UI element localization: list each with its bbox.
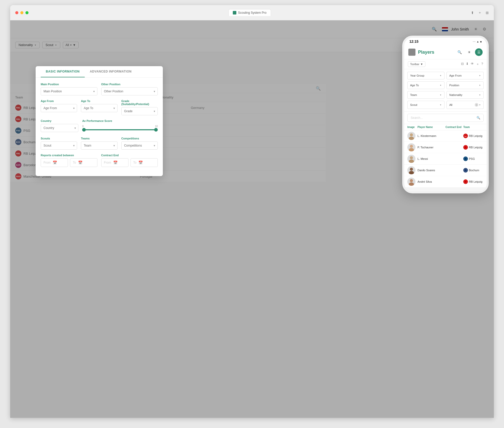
calendar-to-icon: 📅 xyxy=(78,161,82,165)
competitions-select[interactable]: Competitions xyxy=(121,141,158,150)
calendar-contract-from-icon: 📅 xyxy=(113,161,118,165)
other-position-label: Other Position xyxy=(101,83,158,86)
phone-download-icon[interactable]: ⬇ xyxy=(466,62,469,66)
position-label: Position xyxy=(449,84,459,87)
add-tab-icon[interactable]: ＋ xyxy=(478,10,482,15)
phone-header-left: Players xyxy=(408,49,434,56)
contract-from-placeholder: From xyxy=(104,161,111,164)
wifi-icon: ▲ xyxy=(477,40,479,43)
other-position-select[interactable]: Other Position xyxy=(101,87,158,95)
tab-basic-information[interactable]: BASIC INFORMATION xyxy=(41,66,85,77)
age-from-group: Age From Age From ▼ xyxy=(41,99,77,115)
age-from-select[interactable]: Age From xyxy=(41,104,77,112)
grid-icon[interactable]: ⊞ xyxy=(486,11,489,15)
player-row-tschauner[interactable]: P. Tschauner RB Leipzig xyxy=(404,142,487,153)
phone-filter-icon[interactable]: ⊟ xyxy=(461,62,464,66)
close-button[interactable] xyxy=(15,11,18,14)
phone-add-icon[interactable]: ＋ xyxy=(476,62,479,66)
slider-track xyxy=(82,129,158,130)
phone-search-input[interactable]: Search... 🔍 xyxy=(407,114,484,122)
slider-handle-right[interactable] xyxy=(154,128,158,132)
phone-title: Players xyxy=(418,50,434,55)
player-row-soares[interactable]: Danilo Soares Bochum xyxy=(404,165,487,176)
team-logo-rbl3 xyxy=(463,179,468,184)
svg-point-13 xyxy=(410,179,413,182)
age-to-select[interactable]: Age To xyxy=(81,104,117,112)
col-team-header: Team xyxy=(463,126,484,129)
player-team-soares: Bochum xyxy=(463,168,484,173)
player-avatar xyxy=(407,143,415,151)
player-row-messi[interactable]: L. Messi PSG xyxy=(404,153,487,165)
svg-point-10 xyxy=(410,168,413,171)
app-container: 🔍 John Smith ☀ ⚙ Nationality ▼ Scout ▼ A… xyxy=(10,20,494,418)
share-icon[interactable]: ⬆ xyxy=(471,11,474,15)
slider-handle-left[interactable] xyxy=(82,128,86,132)
phone-app-icon xyxy=(408,49,415,56)
player-row-silva[interactable]: André Silva RB Leipzig xyxy=(404,176,487,188)
phone-toolbar-select[interactable]: Toolbar ▼ xyxy=(408,61,425,67)
position-row: Main Position Main Position ▼ Other Posi… xyxy=(41,83,158,95)
browser-tab[interactable]: Scouting System Pro xyxy=(228,9,271,16)
modal-tabs: BASIC INFORMATION ADVANCED INFORMATION xyxy=(36,66,163,78)
contract-to-placeholder: To xyxy=(133,161,137,164)
phone-search-button[interactable]: 🔍 xyxy=(456,48,463,56)
phone-filters: Year Group ▼ Age From ▼ Age To ▼ Positio… xyxy=(404,69,487,112)
team-filter[interactable]: Team ▼ xyxy=(407,91,444,99)
country-group: Country Country ▼ xyxy=(41,119,78,133)
col-contract-header: Contract End xyxy=(445,126,463,129)
phone-view-icon[interactable]: 👁 xyxy=(471,62,474,66)
all-filter-phone[interactable]: All × ▼ xyxy=(447,101,484,109)
svg-point-5 xyxy=(409,148,414,151)
age-to-label: Age To xyxy=(81,99,117,103)
nationality-arrow-icon: ▼ xyxy=(479,94,481,96)
player-team-messi: PSG xyxy=(463,156,484,161)
all-arrow-icon-phone: ▼ xyxy=(479,104,481,106)
reports-to-input[interactable]: To 📅 xyxy=(70,158,97,167)
country-select-wrapper: Country ▼ xyxy=(41,124,78,132)
contract-to-input[interactable]: To 📅 xyxy=(131,158,158,167)
modal-body: Main Position Main Position ▼ Other Posi… xyxy=(36,78,163,176)
main-position-select[interactable]: Main Position xyxy=(41,87,97,95)
grade-label: Grade (Suitability/Potential) xyxy=(121,99,158,106)
phone-help-icon[interactable]: ? xyxy=(481,62,483,66)
team-name-klostermann: RB Leipzig xyxy=(469,134,482,137)
age-to-filter[interactable]: Age To ▼ xyxy=(407,81,444,89)
av-score-group: Av Performance Score 0 10 xyxy=(82,119,158,133)
age-to-group: Age To Age To ▼ xyxy=(81,99,117,115)
scouts-select[interactable]: Scout xyxy=(41,141,77,150)
age-from-label: Age From xyxy=(41,99,77,103)
age-grade-row: Age From Age From ▼ Age To Age To xyxy=(41,99,158,115)
age-from-filter[interactable]: Age From ▼ xyxy=(447,72,484,79)
team-logo-psg xyxy=(463,156,468,161)
svg-point-1 xyxy=(409,137,414,140)
svg-point-15 xyxy=(464,180,467,183)
year-group-filter[interactable]: Year Group ▼ xyxy=(407,72,444,79)
position-filter[interactable]: Position ▼ xyxy=(447,81,484,89)
teams-select[interactable]: Team xyxy=(81,141,117,150)
player-name-silva: André Silva xyxy=(417,180,445,183)
tab-advanced-information[interactable]: ADVANCED INFORMATION xyxy=(85,66,137,77)
reports-from-input[interactable]: From 📅 xyxy=(41,158,68,167)
all-clear-icon[interactable]: × xyxy=(475,103,478,107)
nationality-label-phone: Nationality xyxy=(449,93,462,96)
dates-row: Reports created between From 📅 To 📅 xyxy=(41,154,158,167)
grade-select[interactable]: Grade xyxy=(121,107,158,115)
scout-filter-phone[interactable]: Scout ▼ xyxy=(407,101,444,109)
phone-menu-button[interactable]: ☰ xyxy=(475,48,483,56)
player-team-tschauner: RB Leipzig xyxy=(463,145,484,150)
col-image-header: Image xyxy=(407,126,417,129)
country-select[interactable]: Country xyxy=(41,124,78,132)
nationality-filter-phone[interactable]: Nationality ▼ xyxy=(447,91,484,99)
contract-from-input[interactable]: From 📅 xyxy=(101,158,128,167)
tab-icon xyxy=(233,11,236,15)
maximize-button[interactable] xyxy=(25,11,28,14)
phone-header-icons: 🔍 ☀ ☰ xyxy=(456,48,483,56)
competitions-group: Competitions Competitions ▼ xyxy=(121,137,158,150)
team-name-soares: Bochum xyxy=(469,169,479,172)
player-row-klostermann[interactable]: L. Klostermann RBL RB Leipzig xyxy=(404,130,487,142)
minimize-button[interactable] xyxy=(20,11,23,14)
phone-brightness-button[interactable]: ☀ xyxy=(465,48,473,56)
scouts-teams-row: Scouts Scout ▼ Teams Team xyxy=(41,137,158,150)
browser-window: Scouting System Pro ⬆ ＋ ⊞ 🔍 John Smith ☀… xyxy=(10,5,494,418)
other-position-group: Other Position Other Position ▼ xyxy=(101,83,158,95)
